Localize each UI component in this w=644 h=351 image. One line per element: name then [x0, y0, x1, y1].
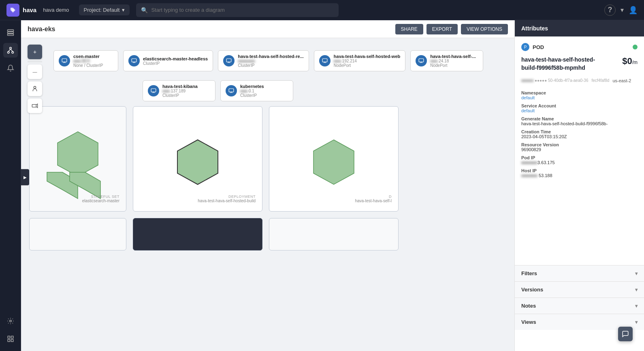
service-type-2: ClusterIP	[143, 61, 208, 66]
pod-id-suffix: fecf4faf8d	[591, 78, 609, 86]
service-ip-kubernetes: ●●●.0.1	[240, 89, 264, 93]
bottom-box-1[interactable]	[29, 218, 126, 250]
service-info-kibana: hava-test-kibana ●●●.137.189 ClusterIP	[162, 84, 198, 98]
pod-status-indicator	[633, 45, 638, 49]
versions-label: Versions	[521, 287, 543, 293]
deployment-box-1[interactable]: DEPLOYMENT hava-test-hava-self-hosted-bu…	[133, 106, 262, 212]
service-card-kubernetes[interactable]: kubernetes ●●●.0.1 ClusterIP	[220, 80, 293, 101]
search-bar: 🔍	[136, 3, 339, 17]
add-tool-button[interactable]: +	[28, 45, 42, 59]
svg-point-6	[12, 51, 14, 54]
top-navigation: hava hava demo Project: Default ▾ 🔍 ? ▾ …	[0, 0, 644, 20]
service-name-kubernetes: kubernetes	[240, 84, 264, 89]
chat-button[interactable]	[618, 327, 633, 341]
help-icon[interactable]: ?	[604, 4, 616, 16]
canvas-area: hava-eks SHARE EXPORT VIEW OPTIONS + —	[21, 20, 514, 351]
service-card-hava-self[interactable]: hava-test-hava-self-... ●●●.24.18 NodePo…	[410, 50, 483, 71]
bottom-box-3[interactable]	[269, 218, 399, 250]
pod-ip-value: ●●●●●●3.63.175	[521, 160, 638, 165]
notes-header[interactable]: Notes ▾	[515, 298, 644, 314]
svg-rect-18	[226, 59, 231, 62]
service-info-hava-re: hava-test-hava-self-hosted-re... ●●●●●●●…	[238, 54, 304, 68]
sidebar-icon-notifications[interactable]	[3, 61, 18, 75]
project-selector[interactable]: Project: Default ▾	[79, 4, 130, 15]
deployment-box-2[interactable]: D hava-test-hava-self-l	[269, 106, 399, 212]
video-tool-button[interactable]	[28, 98, 42, 113]
pod-id: ●●●●● ●●●●● 50-40db-4f7a-aea0-36	[521, 78, 588, 86]
price-period: /m	[632, 60, 638, 65]
versions-section: Versions ▾	[515, 281, 644, 297]
service-account-row: Service Account default	[521, 103, 638, 113]
svg-line-7	[8, 49, 10, 51]
project-label: Project: Default	[84, 7, 120, 13]
namespace-row: Namespace default	[521, 90, 638, 100]
service-account-label: Service Account	[521, 103, 638, 108]
bottom-box-2[interactable]	[133, 218, 262, 250]
nav-expand: ▶	[21, 169, 29, 202]
export-button[interactable]: EXPORT	[426, 24, 458, 34]
price-tag: $0/m	[622, 56, 638, 66]
creation-time-label: Creation Time	[521, 129, 638, 134]
user-icon[interactable]: 👤	[629, 6, 638, 15]
stateful-set-box[interactable]: STATEFUL SET elasticsearch-master	[29, 106, 126, 212]
notes-section: Notes ▾	[515, 297, 644, 314]
svg-rect-15	[32, 105, 36, 107]
svg-line-8	[11, 49, 13, 51]
service-info-csen: csen-master ●●●.90.9 None / ClusterIP	[73, 54, 103, 68]
service-info-es-headless: elasticsearch-master-headless ClusterIP	[143, 56, 208, 66]
namespace-value[interactable]: default	[521, 95, 638, 100]
search-input[interactable]	[151, 7, 334, 13]
panel-title: Attributes	[521, 25, 548, 32]
notes-chevron: ▾	[635, 303, 638, 309]
canvas-toolbar: + —	[28, 45, 42, 113]
svg-point-14	[34, 86, 36, 88]
attributes-content[interactable]: P POD hava-test-hava-self-hosted-build-f…	[515, 36, 644, 265]
share-button[interactable]: SHARE	[395, 24, 423, 34]
view-options-button[interactable]: VIEW OPTIONS	[461, 24, 508, 34]
service-account-value[interactable]: default	[521, 108, 638, 113]
service-type: None / ClusterIP	[73, 63, 103, 68]
service-name-kibana: hava-test-kibana	[162, 84, 198, 89]
pod-type-icon: P	[521, 43, 529, 51]
service-name-5: hava-test-hava-self-...	[430, 54, 476, 59]
logo: hava	[6, 4, 36, 17]
project-chevron: ▾	[122, 7, 125, 13]
person-tool-button[interactable]	[28, 81, 42, 96]
versions-header[interactable]: Versions ▾	[515, 282, 644, 297]
sidebar-icon-settings[interactable]	[3, 314, 18, 328]
filters-section: Filters ▾	[515, 265, 644, 281]
notes-label: Notes	[521, 303, 536, 309]
service-card-kibana[interactable]: hava-test-kibana ●●●.137.189 ClusterIP	[143, 80, 215, 101]
service-info-hava-web: hava-test-hava-self-hosted-web ●●●.192.2…	[334, 54, 400, 68]
service-card-es-headless[interactable]: elasticsearch-master-headless ClusterIP	[123, 50, 213, 71]
service-card-hava-web[interactable]: hava-test-hava-self-hosted-web ●●●.192.2…	[314, 50, 405, 71]
pod-ip-label: Pod IP	[521, 155, 638, 160]
deployment-label-2: D hava-test-hava-self-l	[355, 195, 392, 203]
service-name-2: elasticsearch-master-headless	[143, 56, 208, 61]
expand-button[interactable]: ▶	[21, 169, 29, 185]
service-icon-hava-web	[319, 55, 331, 66]
panel-header: Attributes	[515, 20, 644, 36]
service-info-hava-self: hava-test-hava-self-... ●●●.24.18 NodePo…	[430, 54, 476, 68]
chevron-down-icon[interactable]: ▾	[621, 6, 624, 14]
sidebar-icon-grid[interactable]	[3, 332, 18, 346]
instance-name: hava demo	[43, 7, 69, 13]
sidebar-icon-layers[interactable]	[3, 25, 18, 40]
deployment-label-1: DEPLOYMENT hava-test-hava-self-hosted-bu…	[198, 195, 256, 203]
service-type-kibana: ClusterIP	[162, 93, 198, 98]
service-card-csen[interactable]: csen-master ●●●.90.9 None / ClusterIP	[53, 50, 118, 71]
svg-rect-16	[62, 59, 67, 62]
sidebar-icon-diagram[interactable]	[3, 43, 18, 58]
host-ip-row: Host IP ●●●●●● 53.188	[521, 168, 638, 178]
deployments-row-2	[29, 218, 506, 250]
zoom-tool-button[interactable]: —	[28, 64, 42, 79]
creation-time-value: 2023-04-05T03:15:20Z	[521, 134, 638, 139]
service-card-hava-re[interactable]: hava-test-hava-self-hosted-re... ●●●●●●●…	[218, 50, 309, 71]
svg-rect-11	[11, 336, 13, 338]
views-label: Views	[521, 319, 536, 325]
filters-header[interactable]: Filters ▾	[515, 265, 644, 281]
stateful-label: STATEFUL SET elasticsearch-master	[82, 195, 119, 203]
svg-marker-26	[177, 140, 218, 184]
svg-rect-22	[229, 89, 234, 92]
canvas-content[interactable]: csen-master ●●●.90.9 None / ClusterIP	[21, 38, 514, 351]
